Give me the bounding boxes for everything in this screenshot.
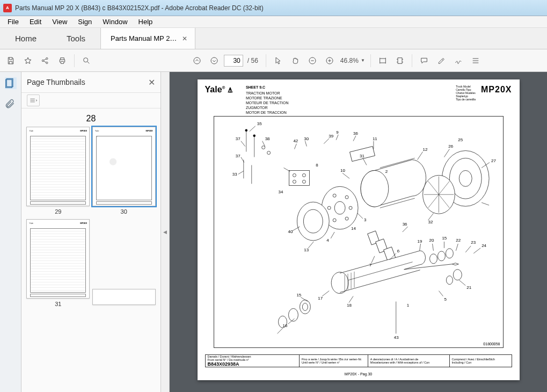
svg-point-25 xyxy=(327,206,331,209)
zoom-dropdown[interactable]: 46.8%▼ xyxy=(340,57,365,64)
svg-line-72 xyxy=(353,136,356,141)
zoom-in-icon[interactable] xyxy=(322,53,337,68)
find-icon[interactable] xyxy=(79,53,94,68)
svg-text:22: 22 xyxy=(456,238,461,243)
svg-point-4 xyxy=(194,57,200,64)
sheet-page-number: MP20X - Pag.30 xyxy=(198,372,520,376)
attachments-icon[interactable] xyxy=(5,99,17,111)
page-number-input[interactable] xyxy=(224,55,243,67)
svg-line-88 xyxy=(419,244,420,251)
svg-text:36: 36 xyxy=(353,131,358,136)
sheet-footer: Damals / Durant / Wahrendessen From seri… xyxy=(205,354,512,367)
svg-point-57 xyxy=(253,135,255,137)
svg-line-74 xyxy=(362,158,366,165)
workspace: Page Thumbnails ✕ 28 YaleMP20X 29 YaleMP… xyxy=(0,72,547,392)
thumbnails-title: Page Thumbnails xyxy=(27,78,85,86)
page-up-icon[interactable] xyxy=(189,53,205,68)
hand-icon[interactable] xyxy=(288,53,303,68)
page-down-icon[interactable] xyxy=(207,53,222,68)
svg-text:24: 24 xyxy=(482,243,486,248)
menu-edit[interactable]: Edit xyxy=(24,17,47,27)
tabbar: Home Tools Parts Manual MP 2… ✕ xyxy=(0,28,547,49)
thumbnails-icon[interactable] xyxy=(5,77,17,89)
star-icon[interactable] xyxy=(20,53,35,68)
svg-line-66 xyxy=(238,171,243,174)
menu-view[interactable]: View xyxy=(47,17,72,27)
thumb-32-partial[interactable] xyxy=(92,289,156,305)
svg-text:32: 32 xyxy=(428,220,433,224)
svg-text:35: 35 xyxy=(257,121,261,126)
tab-document[interactable]: Parts Manual MP 2… ✕ xyxy=(100,28,195,49)
svg-text:10: 10 xyxy=(340,168,345,173)
menu-file[interactable]: File xyxy=(2,17,24,27)
thumbnails-options-icon[interactable] xyxy=(27,95,40,106)
svg-line-96 xyxy=(349,296,353,303)
sign-icon[interactable] xyxy=(451,53,466,68)
svg-text:33: 33 xyxy=(232,172,237,177)
svg-text:37: 37 xyxy=(235,136,240,141)
page-total: / 56 xyxy=(247,57,258,64)
svg-text:23: 23 xyxy=(471,240,476,245)
figure-id: 01800058 xyxy=(483,342,500,346)
svg-line-93 xyxy=(473,248,480,253)
svg-text:37: 37 xyxy=(235,154,240,158)
svg-line-92 xyxy=(465,246,471,252)
svg-text:13: 13 xyxy=(304,248,309,252)
brand-logo: Yale® ⍋ xyxy=(205,85,233,115)
svg-text:36: 36 xyxy=(402,222,407,227)
svg-text:11: 11 xyxy=(372,136,377,141)
svg-text:15: 15 xyxy=(442,236,447,241)
svg-line-95 xyxy=(439,291,443,296)
thumb-29[interactable]: YaleMP20X 29 xyxy=(26,127,90,215)
svg-point-35 xyxy=(293,173,296,177)
svg-point-49 xyxy=(429,254,437,264)
svg-point-24 xyxy=(345,195,348,199)
thumb-31[interactable]: YaleMP20X 31 xyxy=(26,219,90,307)
fit-page-icon[interactable] xyxy=(392,53,407,68)
svg-point-38 xyxy=(302,180,305,183)
save-icon[interactable] xyxy=(3,53,18,68)
thumb-30[interactable]: YaleMP20X 30 xyxy=(92,127,156,215)
document-area[interactable]: Yale® ⍋ SHEET 9.C TRACTION MOTOR MOTORE … xyxy=(170,72,547,392)
thumbnails-list[interactable]: 28 YaleMP20X 29 YaleMP20X 30 YaleMP20X 3… xyxy=(21,108,161,392)
svg-text:21: 21 xyxy=(466,285,471,290)
menu-help[interactable]: Help xyxy=(133,17,158,27)
svg-point-28 xyxy=(345,217,348,220)
svg-line-85 xyxy=(371,256,374,263)
thumbnails-close-icon[interactable]: ✕ xyxy=(148,77,155,88)
menu-window[interactable]: Window xyxy=(97,17,133,27)
pdf-page: Yale® ⍋ SHEET 9.C TRACTION MOTOR MOTORE … xyxy=(198,79,520,380)
svg-line-89 xyxy=(432,244,433,251)
share-icon[interactable] xyxy=(38,53,53,68)
svg-point-36 xyxy=(302,173,305,177)
svg-text:42: 42 xyxy=(293,139,298,143)
fit-width-icon[interactable] xyxy=(375,53,390,68)
svg-point-1 xyxy=(46,57,48,59)
separator xyxy=(74,54,75,67)
thumbnails-panel: Page Thumbnails ✕ 28 YaleMP20X 29 YaleMP… xyxy=(21,72,161,392)
zoom-out-icon[interactable] xyxy=(305,53,320,68)
svg-point-26 xyxy=(349,206,352,209)
tab-home[interactable]: Home xyxy=(0,28,52,49)
highlight-icon[interactable] xyxy=(434,53,449,68)
more-icon[interactable] xyxy=(468,53,483,68)
svg-point-51 xyxy=(446,249,453,258)
comment-icon[interactable] xyxy=(417,53,432,68)
separator xyxy=(412,54,412,67)
menu-sign[interactable]: Sign xyxy=(72,17,97,27)
svg-text:14: 14 xyxy=(351,226,356,231)
svg-point-53 xyxy=(446,276,453,285)
tab-tools[interactable]: Tools xyxy=(52,28,100,49)
svg-line-76 xyxy=(417,152,422,160)
tab-close-icon[interactable]: ✕ xyxy=(182,35,187,42)
svg-text:40: 40 xyxy=(288,229,293,234)
svg-text:26: 26 xyxy=(448,144,453,149)
pointer-icon[interactable] xyxy=(271,53,286,68)
svg-text:19: 19 xyxy=(417,239,422,244)
thumbnails-toolbar xyxy=(21,92,161,108)
svg-text:20: 20 xyxy=(429,238,434,243)
menubar: File Edit View Sign Window Help xyxy=(0,16,547,28)
svg-point-37 xyxy=(293,180,296,183)
print-icon[interactable] xyxy=(55,53,70,68)
panel-splitter[interactable]: ◀ xyxy=(161,72,170,392)
